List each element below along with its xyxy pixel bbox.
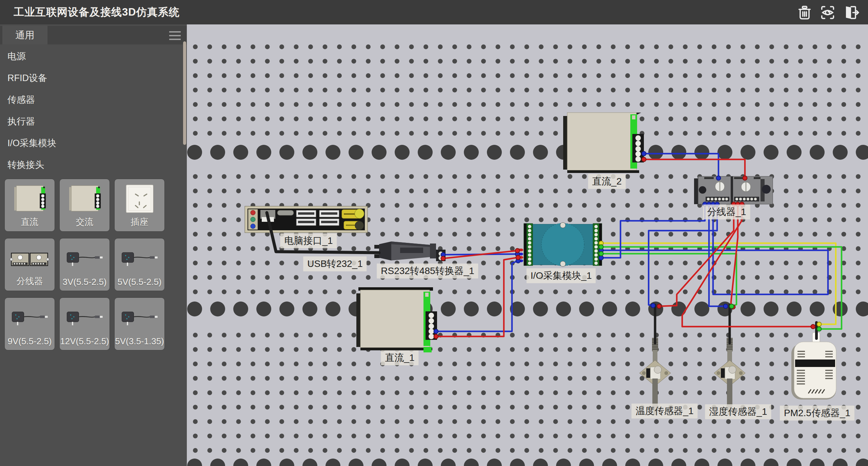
palette-card-交流[interactable]: 交流 <box>59 179 110 232</box>
palette-card-label: 插座 <box>115 216 164 228</box>
device-label-temp1: 温度传感器_1 <box>631 404 697 419</box>
category-menu: 电源 RFID设备 传感器 执行器 I/O采集模块 转换接头 <box>0 45 183 176</box>
sidebar: 通用 电源 RFID设备 传感器 执行器 I/O采集模块 转换接头 直流交流插座… <box>0 24 187 466</box>
device-pm25-sensor-1[interactable] <box>791 332 836 400</box>
palette-card-3V(5.5-2.5)[interactable]: 3V(5.5-2.5) <box>59 238 110 291</box>
exit-button[interactable] <box>841 3 861 22</box>
device-pc-interface-1[interactable] <box>245 206 368 233</box>
device-splitter-1[interactable] <box>694 176 773 204</box>
palette-card-9V(5.5-2.5)[interactable]: 9V(5.5-2.5) <box>4 297 55 350</box>
simulation-app: 工业互联网设备及接线3D仿真系统 <box>0 0 868 466</box>
menu-item-sensor[interactable]: 传感器 <box>0 89 183 111</box>
palette-card-label: 9V(5.5-2.5) <box>5 336 55 347</box>
adapter-icon <box>115 242 164 274</box>
ac-power-icon <box>60 182 110 215</box>
palette-card-插座[interactable]: 插座 <box>114 179 165 232</box>
device-label-pm25: PM2.5传感器_1 <box>780 406 854 421</box>
socket-icon <box>115 182 164 215</box>
palette-card-label: 分线器 <box>5 275 55 287</box>
device-label-usb232: USB转232_1 <box>303 256 367 271</box>
device-palette: 直流交流插座分线器3V(5.5-2.5)5V(5.5-2.5)9V(5.5-2.… <box>4 179 183 357</box>
device-io-module-1[interactable] <box>518 222 602 267</box>
device-label-pc1: 电脑接口_1 <box>280 233 337 248</box>
palette-card-分线器[interactable]: 分线器 <box>4 238 55 291</box>
device-label-split1: 分线器_1 <box>703 205 750 219</box>
palette-card-label: 直流 <box>5 216 55 228</box>
adapter-icon <box>60 301 110 334</box>
trash-icon <box>796 4 813 21</box>
menu-item-actuator[interactable]: 执行器 <box>0 111 183 132</box>
hamburger-icon[interactable] <box>169 31 181 40</box>
device-label-rs485: RS232转485转换器_1 <box>377 264 478 278</box>
menu-item-power[interactable]: 电源 <box>0 45 183 67</box>
toolbar <box>795 3 861 22</box>
palette-card-label: 12V(5.5-2.5) <box>60 336 110 347</box>
palette-card-label: 3V(5.5-2.5) <box>60 277 110 287</box>
device-label-dc1: 直流_1 <box>381 350 418 365</box>
tab-general[interactable]: 通用 <box>2 26 47 44</box>
palette-card-12V(5.5-2.5)[interactable]: 12V(5.5-2.5) <box>59 297 110 350</box>
adapter-icon <box>5 301 55 334</box>
sidebar-scrollbar[interactable] <box>183 41 186 145</box>
eye-focus-icon <box>819 4 836 21</box>
device-dc-power-2[interactable] <box>563 113 644 173</box>
palette-card-5V(3.5-1.35)[interactable]: 5V(3.5-1.35) <box>114 297 165 350</box>
menu-item-converter[interactable]: 转换接头 <box>0 154 183 176</box>
view-focus-button[interactable] <box>818 3 837 22</box>
device-dc-power-1[interactable] <box>356 287 437 352</box>
adapter-icon <box>60 242 110 274</box>
menu-item-io-module[interactable]: I/O采集模块 <box>0 132 183 154</box>
scene-canvas[interactable]: 直流_2分线器_1电脑接口_1USB转232_1RS232转485转换器_1I/… <box>187 24 868 466</box>
adapter-icon <box>115 301 164 334</box>
device-rs232-485-converter-1[interactable] <box>374 241 446 261</box>
delete-button[interactable] <box>795 3 814 22</box>
top-bar: 工业互联网设备及接线3D仿真系统 <box>0 0 868 24</box>
dc-power-icon <box>5 182 55 215</box>
sidebar-tab-row: 通用 <box>0 26 187 44</box>
palette-card-label: 5V(3.5-1.35) <box>115 336 164 347</box>
menu-item-rfid[interactable]: RFID设备 <box>0 67 183 89</box>
palette-card-label: 5V(5.5-2.5) <box>115 277 164 287</box>
device-label-dc2: 直流_2 <box>588 174 626 189</box>
palette-card-直流[interactable]: 直流 <box>4 179 55 232</box>
splitter-icon <box>5 242 55 274</box>
palette-card-label: 交流 <box>60 216 110 228</box>
exit-icon <box>842 4 860 21</box>
app-title: 工业互联网设备及接线3D仿真系统 <box>14 5 180 19</box>
device-label-humid1: 湿度传感器_1 <box>705 404 771 419</box>
device-label-iomod: I/O采集模块_1 <box>527 268 596 283</box>
palette-card-5V(5.5-2.5)[interactable]: 5V(5.5-2.5) <box>114 238 165 291</box>
